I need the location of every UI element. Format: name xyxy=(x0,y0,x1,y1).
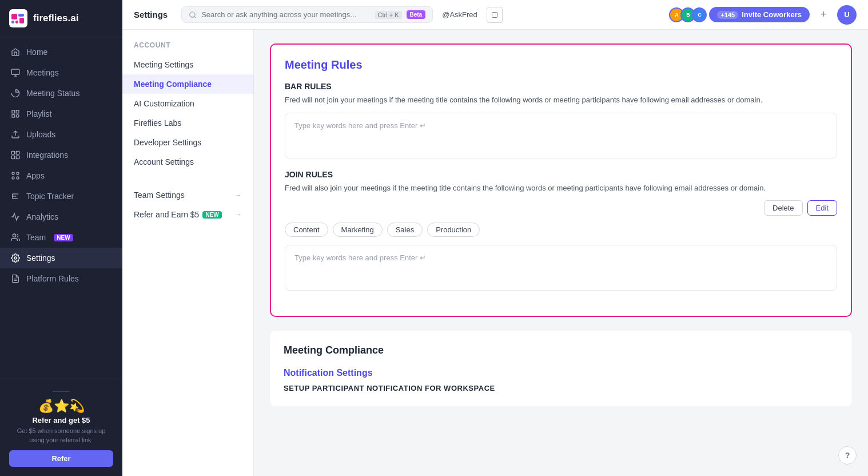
svg-rect-9 xyxy=(12,114,15,117)
sidebar-item-settings[interactable]: Settings xyxy=(0,248,122,268)
sub-nav-refer-earn[interactable]: Refer and Earn $5 NEW → xyxy=(122,205,253,224)
sidebar-item-settings-label: Settings xyxy=(26,253,55,263)
team-section-spacer xyxy=(122,181,253,185)
tag-production[interactable]: Production xyxy=(427,223,480,237)
help-icon: ? xyxy=(845,451,850,460)
svg-rect-1 xyxy=(11,14,17,19)
svg-rect-8 xyxy=(16,110,19,113)
delete-button[interactable]: Delete xyxy=(764,200,803,216)
main-content: Meeting Rules BAR RULES Fred will not jo… xyxy=(254,30,868,476)
integrations-icon xyxy=(10,150,21,160)
sidebar-item-topic-tracker[interactable]: Topic Tracker xyxy=(0,186,122,207)
refer-button[interactable]: Refer xyxy=(9,450,113,467)
invite-coworkers-button[interactable]: +145 Invite Coworkers xyxy=(709,7,810,22)
main-area: Settings Ctrl + K Beta @AskFred A B C +1… xyxy=(122,0,868,476)
sidebar-item-team[interactable]: Team NEW xyxy=(0,227,122,248)
bar-rules-title: BAR RULES xyxy=(285,82,837,91)
search-input[interactable] xyxy=(201,10,370,19)
svg-rect-7 xyxy=(12,110,15,113)
bar-rules-placeholder: Type key words here and press Enter ↵ xyxy=(294,121,426,130)
svg-rect-12 xyxy=(11,151,14,154)
sub-nav-meeting-compliance[interactable]: Meeting Compliance xyxy=(122,74,253,94)
refer-earn-badge: NEW xyxy=(202,211,221,219)
svg-rect-15 xyxy=(16,156,19,158)
sub-nav-developer-settings[interactable]: Developer Settings xyxy=(122,133,253,152)
edit-button[interactable]: Edit xyxy=(807,200,837,216)
sub-nav-account-settings-label: Account Settings xyxy=(134,157,194,166)
bar-rules-input[interactable]: Type key words here and press Enter ↵ xyxy=(285,113,837,158)
sub-nav-meeting-compliance-label: Meeting Compliance xyxy=(134,80,212,89)
svg-rect-13 xyxy=(16,151,19,154)
join-rules-section: JOIN RULES Fred will also join your meet… xyxy=(285,170,837,291)
user-avatar[interactable]: U xyxy=(837,5,857,25)
sidebar-item-integrations[interactable]: Integrations xyxy=(0,145,122,165)
sidebar-item-platform-rules[interactable]: Platform Rules xyxy=(0,268,122,289)
topbar-title: Settings xyxy=(134,10,168,19)
svg-point-24 xyxy=(13,234,15,237)
search-shortcut: Ctrl + K xyxy=(375,11,402,19)
sub-nav-meeting-settings-label: Meeting Settings xyxy=(134,60,193,69)
sidebar-item-uploads-label: Uploads xyxy=(26,130,55,139)
tag-content[interactable]: Content xyxy=(285,223,328,237)
sidebar-item-topic-tracker-label: Topic Tracker xyxy=(26,192,74,201)
sidebar-bottom: 💰⭐💫 Refer and get $5 Get $5 when someone… xyxy=(0,379,122,476)
logo-text: fireflies.ai xyxy=(33,13,78,24)
join-rules-title: JOIN RULES xyxy=(285,170,837,179)
team-icon xyxy=(10,232,21,243)
sidebar-item-apps[interactable]: Apps xyxy=(0,165,122,186)
team-settings-arrow: → xyxy=(235,191,242,199)
compliance-section: Meeting Compliance Notification Settings… xyxy=(270,331,852,406)
sub-nav-account-settings[interactable]: Account Settings xyxy=(122,152,253,172)
svg-point-17 xyxy=(17,172,19,174)
svg-point-19 xyxy=(17,177,19,179)
sidebar-item-analytics-label: Analytics xyxy=(26,212,58,221)
square-button[interactable] xyxy=(487,7,503,23)
notification-title: Notification Settings xyxy=(284,368,838,378)
sidebar: fireflies.ai Home Meetings Meeting Statu… xyxy=(0,0,122,476)
search-bar[interactable]: Ctrl + K Beta xyxy=(181,6,433,23)
svg-rect-5 xyxy=(19,18,24,23)
join-rules-input[interactable]: Type key words here and press Enter ↵ xyxy=(285,245,837,291)
refer-earn-row: Refer and Earn $5 NEW xyxy=(134,210,222,219)
sub-nav-team-settings[interactable]: Team Settings → xyxy=(122,185,253,205)
sidebar-item-analytics[interactable]: Analytics xyxy=(0,207,122,227)
sidebar-item-meetings[interactable]: Meetings xyxy=(0,62,122,83)
sub-nav-ai-customization[interactable]: AI Customization xyxy=(122,94,253,113)
sidebar-item-home[interactable]: Home xyxy=(0,42,122,62)
askfred-button[interactable]: @AskFred xyxy=(442,10,477,19)
sidebar-item-uploads[interactable]: Uploads xyxy=(0,124,122,145)
sidebar-logo[interactable]: fireflies.ai xyxy=(0,0,122,37)
join-rules-placeholder: Type key words here and press Enter ↵ xyxy=(294,253,426,262)
sub-nav-refer-earn-label: Refer and Earn $5 xyxy=(134,210,199,219)
tag-marketing[interactable]: Marketing xyxy=(333,223,383,237)
analytics-icon xyxy=(10,212,21,222)
svg-rect-6 xyxy=(11,69,19,74)
sub-nav-meeting-settings[interactable]: Meeting Settings xyxy=(122,55,253,74)
sidebar-item-meeting-status[interactable]: Meeting Status xyxy=(0,83,122,104)
sidebar-item-apps-label: Apps xyxy=(26,171,45,180)
avatar-cluster: A B C xyxy=(669,7,703,22)
sub-nav-team-settings-label: Team Settings xyxy=(134,191,185,200)
status-icon xyxy=(10,88,21,98)
bar-rules-desc: Fred will not join your meetings if the … xyxy=(285,94,837,106)
join-rules-actions: Delete Edit xyxy=(285,200,837,216)
invite-label: Invite Coworkers xyxy=(742,10,802,19)
sub-nav-fireflies-labs-label: Fireflies Labs xyxy=(134,118,181,128)
sub-nav-fireflies-labs[interactable]: Fireflies Labs xyxy=(122,113,253,133)
notification-subtitle: SETUP PARTICIPANT NOTIFICATION FOR WORKS… xyxy=(284,384,838,392)
svg-rect-3 xyxy=(11,21,14,23)
meeting-rules-title: Meeting Rules xyxy=(285,58,837,72)
help-button[interactable]: ? xyxy=(838,446,857,465)
beta-badge: Beta xyxy=(407,10,426,19)
sidebar-item-meetings-label: Meetings xyxy=(26,68,59,77)
svg-point-16 xyxy=(12,172,14,174)
plus-button[interactable]: + xyxy=(815,7,831,23)
svg-rect-2 xyxy=(18,14,24,17)
sidebar-item-playlist[interactable]: Playlist xyxy=(0,104,122,124)
sidebar-nav: Home Meetings Meeting Status Playlist xyxy=(0,37,122,379)
refer-emoji: 💰⭐💫 xyxy=(9,399,113,414)
tag-sales[interactable]: Sales xyxy=(387,223,423,237)
compliance-title: Meeting Compliance xyxy=(284,344,838,356)
refer-card: 💰⭐💫 Refer and get $5 Get $5 when someone… xyxy=(9,399,113,467)
svg-point-18 xyxy=(12,177,14,179)
